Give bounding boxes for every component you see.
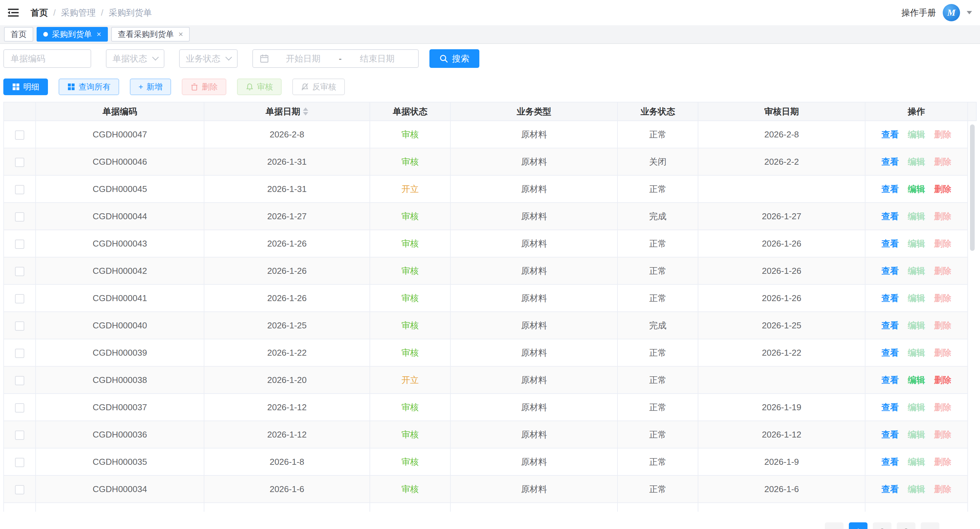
header-doc-date[interactable]: 单据日期 — [204, 102, 370, 121]
start-date-placeholder[interactable]: 开始日期 — [269, 53, 337, 65]
query-all-button[interactable]: 查询所有 — [59, 78, 119, 95]
doc-code-input[interactable] — [3, 49, 91, 68]
breadcrumb-home[interactable]: 首页 — [30, 7, 48, 19]
collapse-menu-icon[interactable] — [7, 6, 20, 19]
view-link[interactable]: 查看 — [881, 375, 899, 385]
delete-link[interactable]: 删除 — [934, 129, 951, 140]
delete-link[interactable]: 删除 — [934, 184, 951, 194]
row-checkbox[interactable] — [15, 130, 24, 140]
delete-link[interactable]: 删除 — [934, 211, 951, 221]
edit-link[interactable]: 编辑 — [908, 457, 925, 467]
close-icon[interactable]: × — [97, 30, 101, 38]
checkbox-cell — [4, 312, 36, 339]
view-link[interactable]: 查看 — [881, 293, 899, 303]
vertical-scrollbar[interactable] — [970, 124, 975, 251]
row-checkbox[interactable] — [15, 185, 24, 194]
row-checkbox[interactable] — [15, 321, 24, 331]
biz-status-select[interactable]: 业务状态 — [179, 49, 238, 68]
view-link[interactable]: 查看 — [881, 238, 899, 249]
view-link[interactable]: 查看 — [881, 129, 899, 140]
edit-link[interactable]: 编辑 — [908, 293, 925, 303]
delete-link[interactable]: 删除 — [934, 157, 951, 167]
tab-view-purchase-arrival[interactable]: 查看采购到货单 × — [111, 27, 190, 41]
cell-audit-date: 2026-1-9 — [698, 448, 865, 475]
edit-link[interactable]: 编辑 — [908, 238, 925, 249]
delete-link[interactable]: 删除 — [934, 266, 951, 276]
manual-link[interactable]: 操作手册 — [902, 7, 936, 19]
row-checkbox[interactable] — [15, 485, 24, 494]
breadcrumb: 首页 / 采购管理 / 采购到货单 — [30, 7, 152, 19]
page-button-3[interactable]: 3 — [897, 523, 915, 529]
edit-link[interactable]: 编辑 — [908, 211, 925, 221]
view-link[interactable]: 查看 — [881, 429, 899, 440]
edit-link[interactable]: 编辑 — [908, 402, 925, 412]
row-checkbox[interactable] — [15, 240, 24, 249]
row-checkbox[interactable] — [15, 349, 24, 358]
delete-button[interactable]: 删除 — [182, 78, 226, 95]
view-link[interactable]: 查看 — [881, 157, 899, 167]
page-button-2[interactable]: 2 — [873, 523, 891, 529]
delete-link[interactable]: 删除 — [934, 293, 951, 303]
row-checkbox[interactable] — [15, 212, 24, 222]
edit-link[interactable]: 编辑 — [908, 484, 925, 494]
edit-link[interactable]: 编辑 — [908, 348, 925, 357]
close-icon[interactable]: × — [178, 30, 183, 38]
view-link[interactable]: 查看 — [881, 457, 899, 467]
avatar[interactable]: M — [943, 4, 960, 21]
row-checkbox[interactable] — [15, 458, 24, 467]
topbar-right: 操作手册 M — [902, 4, 972, 21]
view-link[interactable]: 查看 — [881, 402, 899, 412]
cell-operations: 查看 编辑 删除 — [865, 475, 968, 503]
date-range-picker[interactable]: 开始日期 - 结束日期 — [252, 49, 419, 68]
detail-button[interactable]: 明细 — [3, 78, 48, 95]
row-checkbox[interactable] — [15, 431, 24, 440]
delete-link[interactable]: 删除 — [934, 375, 951, 385]
next-page-button[interactable]: › — [921, 523, 939, 529]
edit-link[interactable]: 编辑 — [908, 320, 925, 330]
search-button[interactable]: 搜索 — [430, 49, 479, 68]
cell-doc-date: 2026-1-12 — [204, 394, 370, 421]
row-checkbox[interactable] — [15, 376, 24, 385]
row-checkbox[interactable] — [15, 403, 24, 413]
edit-link[interactable]: 编辑 — [908, 184, 925, 194]
prev-page-button[interactable]: ‹ — [825, 523, 843, 529]
edit-link[interactable]: 编辑 — [908, 157, 925, 167]
cell-doc-code: CGDH000043 — [36, 230, 204, 257]
tab-purchase-arrival[interactable]: 采购到货单 × — [37, 27, 108, 41]
row-checkbox[interactable] — [15, 294, 24, 303]
cell-doc-code: CGDH000038 — [36, 366, 204, 394]
tab-home[interactable]: 首页 — [4, 27, 33, 41]
delete-link[interactable]: 删除 — [934, 348, 951, 357]
view-link[interactable]: 查看 — [881, 348, 899, 357]
view-link[interactable]: 查看 — [881, 320, 899, 330]
edit-link[interactable]: 编辑 — [908, 129, 925, 140]
cell-audit-date: 2026-1-26 — [698, 284, 865, 312]
add-button[interactable]: + 新增 — [130, 78, 171, 95]
edit-link[interactable]: 编辑 — [908, 375, 925, 385]
view-link[interactable]: 查看 — [881, 266, 899, 276]
row-checkbox[interactable] — [15, 158, 24, 167]
page-button-1[interactable]: 1 — [849, 523, 867, 529]
row-checkbox[interactable] — [15, 267, 24, 276]
view-link[interactable]: 查看 — [881, 184, 899, 194]
view-link[interactable]: 查看 — [881, 484, 899, 494]
audit-button[interactable]: 审核 — [237, 78, 282, 95]
header-gutter — [967, 102, 977, 121]
delete-link[interactable]: 删除 — [934, 484, 951, 494]
unaudit-button[interactable]: 反审核 — [292, 78, 345, 95]
sort-icon[interactable] — [303, 108, 308, 116]
delete-link[interactable]: 删除 — [934, 238, 951, 249]
table-row: CGDH000034 2026-1-6 审核 原材料 正常 2026-1-6 查… — [4, 475, 968, 503]
delete-link[interactable]: 删除 — [934, 320, 951, 330]
edit-link[interactable]: 编辑 — [908, 266, 925, 276]
view-link[interactable]: 查看 — [881, 211, 899, 221]
delete-link[interactable]: 删除 — [934, 402, 951, 412]
cell-doc-status: 审核 — [370, 203, 450, 230]
delete-link[interactable]: 删除 — [934, 457, 951, 467]
chevron-down-icon[interactable] — [967, 11, 972, 14]
delete-link[interactable]: 删除 — [934, 429, 951, 440]
end-date-placeholder[interactable]: 结束日期 — [343, 53, 412, 65]
breadcrumb-purchase[interactable]: 采购管理 — [61, 7, 95, 19]
doc-status-select[interactable]: 单据状态 — [106, 49, 164, 68]
edit-link[interactable]: 编辑 — [908, 429, 925, 440]
